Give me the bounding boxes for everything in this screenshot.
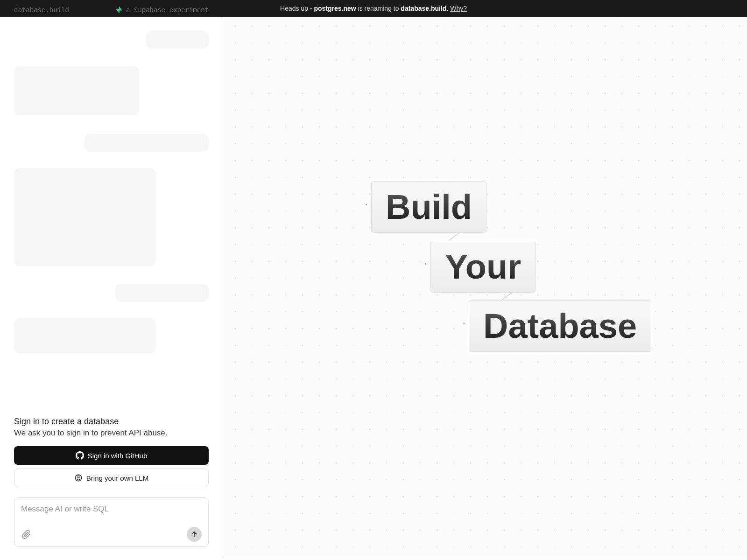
supabase-logo-icon <box>115 6 123 14</box>
hero-word-your-text: Your <box>445 247 521 286</box>
signin-github-label: Sign in with GitHub <box>88 452 148 460</box>
banner-why-link[interactable]: Why? <box>450 5 467 12</box>
sidebar: database.build a Supabase experiment Sig… <box>0 17 223 558</box>
chat-bubble-placeholder <box>14 168 155 266</box>
chat-bubble-placeholder <box>115 284 209 301</box>
send-button[interactable] <box>187 527 202 542</box>
anchor-dot-icon: • <box>425 261 427 266</box>
hero-word-build: Build <box>371 181 486 233</box>
signin-title: Sign in to create a database <box>14 417 209 427</box>
hero-word-database-text: Database <box>483 307 637 345</box>
chat-history-placeholder <box>0 17 223 417</box>
experiment-label-text: a Supabase experiment <box>126 6 209 14</box>
bring-your-own-llm-label: Bring your own LLM <box>86 474 148 482</box>
anchor-dot-icon: • <box>366 202 367 207</box>
paperclip-icon <box>21 529 31 539</box>
sidebar-header: database.build a Supabase experiment <box>0 0 223 17</box>
arrow-up-icon <box>190 530 198 539</box>
signin-section: Sign in to create a database We ask you … <box>0 417 223 492</box>
signin-github-button[interactable]: Sign in with GitHub <box>14 446 209 465</box>
brand-name: database.build <box>14 6 69 14</box>
anchor-dot-icon: • <box>463 321 465 326</box>
banner-new-name: database.build <box>401 5 446 12</box>
canvas[interactable]: • • • • • • Build Your Database <box>223 17 747 558</box>
input-area <box>0 492 223 558</box>
signin-subtitle: We ask you to sign in to prevent API abu… <box>14 428 209 438</box>
banner-old-name: postgres.new <box>314 5 356 12</box>
chat-input[interactable] <box>21 504 202 523</box>
hero-word-build-text: Build <box>386 188 472 226</box>
hero-word-database: Database <box>469 300 651 352</box>
attach-button[interactable] <box>21 529 31 539</box>
github-icon <box>76 451 84 460</box>
experiment-label: a Supabase experiment <box>115 6 209 14</box>
app-container: database.build a Supabase experiment Sig… <box>0 17 747 558</box>
banner-suffix: . <box>446 5 450 12</box>
banner-prefix: Heads up - <box>280 5 314 12</box>
chat-bubble-placeholder <box>14 318 155 353</box>
bring-your-own-llm-button[interactable]: Bring your own LLM <box>14 469 209 487</box>
chat-bubble-placeholder <box>146 31 209 49</box>
input-controls <box>21 527 202 542</box>
hero-word-your: Your <box>430 241 536 293</box>
chat-input-box <box>14 497 209 547</box>
brain-icon <box>74 474 83 482</box>
banner-middle: is renaming to <box>356 5 401 12</box>
chat-bubble-placeholder <box>85 134 209 152</box>
canvas-hero: • • • • • • Build Your Database <box>340 181 630 358</box>
chat-bubble-placeholder <box>14 66 139 115</box>
